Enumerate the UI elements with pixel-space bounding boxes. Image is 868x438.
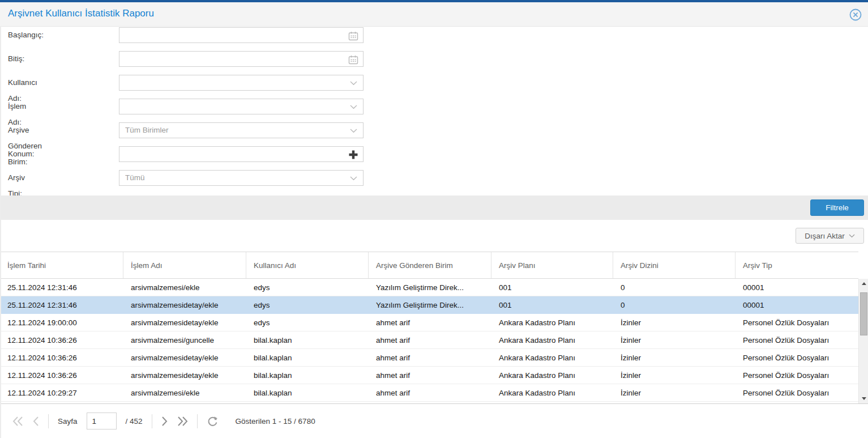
chevron-down-icon[interactable] xyxy=(348,78,359,89)
page-label: Sayfa xyxy=(58,417,78,426)
table-cell: 0 xyxy=(613,279,736,296)
prev-page-icon[interactable] xyxy=(33,416,39,426)
table-row[interactable]: 12.11.2024 10:36:26arsivmalzemesidetay/e… xyxy=(0,349,858,367)
next-page-icon[interactable] xyxy=(161,416,168,426)
page-number-input[interactable] xyxy=(87,413,117,430)
table-cell: 00001 xyxy=(736,296,858,313)
location-field[interactable] xyxy=(119,146,364,162)
report-window: Arşivnet Kullanıcı İstatistik Raporu Baş… xyxy=(0,0,868,438)
table-cell: ahmet arif xyxy=(369,367,491,384)
export-button-label: Dışarı Aktar xyxy=(805,232,845,240)
location-input[interactable] xyxy=(119,147,363,161)
table-cell: Personel Özlük Dosyaları xyxy=(736,349,858,366)
start-date-field[interactable] xyxy=(119,27,364,43)
plus-icon[interactable] xyxy=(348,149,359,160)
end-date-input[interactable] xyxy=(119,52,363,66)
page-title: Arşivnet Kullanıcı İstatistik Raporu xyxy=(8,8,154,19)
table-cell: 001 xyxy=(491,296,613,313)
pager-separator xyxy=(197,414,198,428)
table-cell: Ankara Kadastro Planı xyxy=(491,349,613,366)
table-row[interactable]: 25.11.2024 12:31:46arsivmalzemesidetay/e… xyxy=(0,296,858,314)
operation-combo[interactable] xyxy=(119,99,364,114)
scroll-down-icon[interactable] xyxy=(859,394,868,403)
export-toolbar: Dışarı Aktar xyxy=(0,220,868,252)
table-row[interactable]: 12.11.2024 19:00:00arsivmalzemesidetay/e… xyxy=(0,314,858,331)
field-label: Konum: xyxy=(8,146,35,162)
table-cell: Ankara Kadastro Planı xyxy=(491,331,613,348)
total-pages: / 452 xyxy=(126,417,143,426)
end-date-field[interactable] xyxy=(119,51,364,67)
pagination-bar: Sayfa / 452 Gösterilen 1 - 15 / 6780 xyxy=(0,403,868,438)
filter-toolbar: Filtrele xyxy=(0,195,868,220)
chevron-down-icon xyxy=(849,234,855,238)
table-cell: ahmet arif xyxy=(369,384,491,401)
column-header[interactable]: İşlem Tarihi xyxy=(0,252,123,278)
table-cell: arsivmalzemesidetay/ekle xyxy=(123,349,246,366)
sending-unit-combo[interactable]: Tüm Birimler xyxy=(119,122,364,138)
window-titlebar: Arşivnet Kullanıcı İstatistik Raporu xyxy=(0,2,868,27)
chevron-down-icon[interactable] xyxy=(348,173,359,184)
table-cell: Personel Özlük Dosyaları xyxy=(736,367,858,384)
column-header[interactable]: İşlem Adı xyxy=(123,252,246,278)
table-cell: Ankara Kadastro Planı xyxy=(491,384,613,401)
table-cell: 12.11.2024 10:36:26 xyxy=(0,331,123,348)
table-row[interactable]: 12.11.2024 10:36:26arsivmalzemesi/guncel… xyxy=(0,331,858,349)
table-cell: İzinler xyxy=(613,314,736,331)
table-cell: arsivmalzemesi/ekle xyxy=(123,384,246,401)
calendar-icon[interactable] xyxy=(348,30,359,41)
column-header[interactable]: Arşiv Tip xyxy=(736,252,858,278)
table-cell: 12.11.2024 10:36:26 xyxy=(0,367,123,384)
table-cell: Ankara Kadastro Planı xyxy=(491,314,613,331)
table-cell: 25.11.2024 12:31:46 xyxy=(0,279,123,296)
column-header[interactable]: Arşiv Planı xyxy=(491,252,613,278)
table-cell: 001 xyxy=(491,279,613,296)
table-cell: Ankara Kadastro Planı xyxy=(491,367,613,384)
table-cell: arsivmalzemesidetay/ekle xyxy=(123,296,246,313)
calendar-icon[interactable] xyxy=(348,54,359,65)
refresh-icon[interactable] xyxy=(207,415,219,427)
column-header[interactable]: Arşive Gönderen Birim xyxy=(369,252,491,278)
table-cell: bilal.kaplan xyxy=(246,384,369,401)
table-cell: 12.11.2024 10:29:27 xyxy=(0,384,123,401)
scrollbar-thumb[interactable] xyxy=(860,292,867,335)
table-cell: arsivmalzemesidetay/ekle xyxy=(123,367,246,384)
table-cell: arsivmalzemesi/guncelle xyxy=(123,331,246,348)
close-icon[interactable] xyxy=(849,8,862,22)
table-cell: Personel Özlük Dosyaları xyxy=(736,384,858,401)
table-cell: 12.11.2024 19:00:00 xyxy=(0,314,123,331)
export-button[interactable]: Dışarı Aktar xyxy=(796,228,864,244)
last-page-icon[interactable] xyxy=(177,416,188,426)
displayed-range-summary: Gösterilen 1 - 15 / 6780 xyxy=(236,417,315,426)
pager-separator xyxy=(152,414,152,428)
table-cell: 12.11.2024 10:36:26 xyxy=(0,349,123,366)
vertical-scrollbar[interactable] xyxy=(858,279,868,403)
combo-value: Tüm Birimler xyxy=(125,123,346,138)
username-combo[interactable] xyxy=(119,75,364,91)
table-row[interactable]: 25.11.2024 12:31:46arsivmalzemesi/ekleed… xyxy=(0,279,858,296)
table-cell: bilal.kaplan xyxy=(246,331,369,348)
start-date-input[interactable] xyxy=(119,28,363,42)
table-cell: Yazılım Geliştirme Direk... xyxy=(369,279,491,296)
table-row[interactable]: 12.11.2024 10:29:27arsivmalzemesi/eklebi… xyxy=(0,384,858,402)
filter-button[interactable]: Filtrele xyxy=(810,199,864,216)
archive-type-combo[interactable]: Tümü xyxy=(119,170,364,186)
table-cell: Personel Özlük Dosyaları xyxy=(736,314,858,331)
chevron-down-icon[interactable] xyxy=(348,125,359,137)
scroll-up-icon[interactable] xyxy=(859,279,868,288)
table-cell: ahmet arif xyxy=(369,331,491,348)
column-header[interactable]: Kullanıcı Adı xyxy=(246,252,369,278)
table-cell: İzinler xyxy=(613,331,736,348)
table-cell: ahmet arif xyxy=(369,349,491,366)
field-label: Bitiş: xyxy=(8,51,24,67)
field-label: Başlangıç: xyxy=(8,27,44,43)
table-cell: edys xyxy=(246,279,369,296)
table-cell: ahmet arif xyxy=(369,314,491,331)
table-cell: arsivmalzemesidetay/ekle xyxy=(123,314,246,331)
window-left-border xyxy=(0,26,1,438)
table-cell: bilal.kaplan xyxy=(246,367,369,384)
table-row[interactable]: 12.11.2024 10:36:26arsivmalzemesidetay/e… xyxy=(0,367,858,384)
first-page-icon[interactable] xyxy=(12,416,24,426)
column-header[interactable]: Arşiv Dizini xyxy=(613,252,736,278)
chevron-down-icon[interactable] xyxy=(348,101,359,113)
table-cell: 00001 xyxy=(736,279,858,296)
